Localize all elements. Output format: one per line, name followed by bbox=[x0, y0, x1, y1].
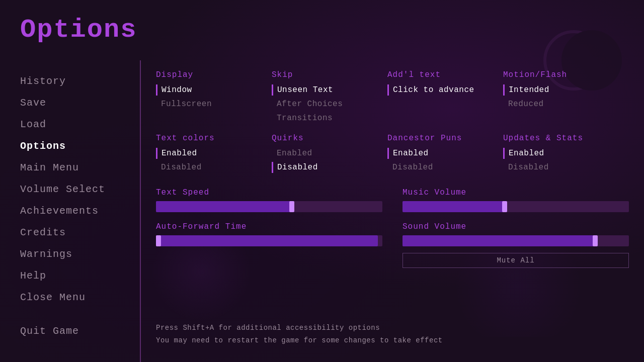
auto-forward-thumb[interactable] bbox=[156, 235, 161, 246]
option-group-skip: Skip Unseen Text After Choices Transitio… bbox=[272, 70, 382, 124]
music-volume-label: Music Volume bbox=[403, 188, 629, 197]
sidebar-item-volume-select[interactable]: Volume Select bbox=[20, 178, 140, 200]
option-group-addl-text: Add'l text Click to advance bbox=[387, 70, 498, 124]
sliders-section: Text Speed Music Volume Auto-Forward Tim… bbox=[156, 188, 629, 268]
option-group-motion: Motion/Flash Intended Reduced bbox=[503, 70, 614, 124]
updates-label: Updates & Stats bbox=[503, 134, 614, 143]
display-window[interactable]: Window bbox=[156, 84, 267, 96]
sound-volume-label: Sound Volume bbox=[403, 222, 629, 231]
footer-line-2: You may need to restart the game for som… bbox=[156, 334, 634, 347]
dancestor-label: Dancestor Puns bbox=[387, 134, 498, 143]
option-group-quirks: Quirks Enabled Disabled bbox=[272, 134, 382, 173]
sidebar-item-warnings[interactable]: Warnings bbox=[20, 243, 140, 265]
sidebar-item-main-menu[interactable]: Main Menu bbox=[20, 157, 140, 178]
option-group-text-colors: Text colors Enabled Disabled bbox=[156, 134, 267, 173]
mute-all-button[interactable]: Mute All bbox=[403, 253, 629, 268]
sidebar-item-quit[interactable]: Quit Game bbox=[20, 320, 140, 342]
text-speed-thumb[interactable] bbox=[289, 201, 294, 212]
skip-transitions[interactable]: Transitions bbox=[272, 113, 382, 124]
quirks-disabled[interactable]: Disabled bbox=[272, 162, 382, 173]
addl-text-click[interactable]: Click to advance bbox=[387, 84, 498, 96]
slider-group-text-speed: Text Speed bbox=[156, 188, 382, 212]
dancestor-enabled[interactable]: Enabled bbox=[387, 148, 498, 159]
option-group-dancestor: Dancestor Puns Enabled Disabled bbox=[387, 134, 498, 173]
sidebar-item-achievements[interactable]: Achievements bbox=[20, 200, 140, 222]
music-volume-track[interactable] bbox=[403, 201, 629, 212]
music-volume-thumb[interactable] bbox=[502, 201, 507, 212]
auto-forward-track[interactable] bbox=[156, 235, 382, 246]
updates-disabled[interactable]: Disabled bbox=[503, 162, 614, 173]
footer-line-1: Press Shift+A for additional accessibili… bbox=[156, 322, 634, 334]
sound-volume-track[interactable] bbox=[403, 235, 629, 246]
text-colors-enabled[interactable]: Enabled bbox=[156, 148, 267, 159]
quirks-enabled[interactable]: Enabled bbox=[272, 148, 382, 159]
skip-after-choices[interactable]: After Choices bbox=[272, 99, 382, 110]
sidebar: History Save Load Options Main Menu Volu… bbox=[0, 60, 141, 362]
sound-volume-fill bbox=[403, 235, 595, 246]
main-content: Display Window Fullscreen Skip Unseen Te… bbox=[141, 60, 644, 362]
sidebar-spacer bbox=[20, 308, 140, 320]
display-fullscreen[interactable]: Fullscreen bbox=[156, 99, 267, 110]
display-label: Display bbox=[156, 70, 267, 79]
motion-reduced[interactable]: Reduced bbox=[503, 99, 614, 110]
option-group-updates: Updates & Stats Enabled Disabled bbox=[503, 134, 614, 173]
sidebar-item-load[interactable]: Load bbox=[20, 114, 140, 135]
slider-group-sound-volume: Sound Volume Mute All bbox=[403, 222, 629, 268]
sidebar-item-save[interactable]: Save bbox=[20, 92, 140, 114]
motion-label: Motion/Flash bbox=[503, 70, 614, 79]
option-group-display: Display Window Fullscreen bbox=[156, 70, 267, 124]
dancestor-disabled[interactable]: Disabled bbox=[387, 162, 498, 173]
text-speed-fill bbox=[156, 201, 292, 212]
sidebar-item-credits[interactable]: Credits bbox=[20, 222, 140, 243]
addl-text-label: Add'l text bbox=[387, 70, 498, 79]
text-speed-label: Text Speed bbox=[156, 188, 382, 197]
slider-group-music-volume: Music Volume bbox=[403, 188, 629, 212]
sidebar-item-help[interactable]: Help bbox=[20, 265, 140, 287]
sidebar-item-history[interactable]: History bbox=[20, 70, 140, 92]
auto-forward-fill bbox=[156, 235, 378, 246]
sound-volume-thumb[interactable] bbox=[593, 235, 598, 246]
music-volume-fill bbox=[403, 201, 505, 212]
sidebar-item-options[interactable]: Options bbox=[20, 135, 140, 157]
options-grid: Display Window Fullscreen Skip Unseen Te… bbox=[156, 70, 629, 173]
skip-label: Skip bbox=[272, 70, 382, 79]
slider-group-auto-forward: Auto-Forward Time bbox=[156, 222, 382, 268]
auto-forward-label: Auto-Forward Time bbox=[156, 222, 382, 231]
text-colors-disabled[interactable]: Disabled bbox=[156, 162, 267, 173]
footer-text: Press Shift+A for additional accessibili… bbox=[156, 322, 634, 347]
page-title: Options bbox=[20, 15, 137, 45]
sidebar-item-close-menu[interactable]: Close Menu bbox=[20, 287, 140, 308]
skip-unseen[interactable]: Unseen Text bbox=[272, 84, 382, 96]
text-speed-track[interactable] bbox=[156, 201, 382, 212]
motion-intended[interactable]: Intended bbox=[503, 84, 614, 96]
quirks-label: Quirks bbox=[272, 134, 382, 143]
updates-enabled[interactable]: Enabled bbox=[503, 148, 614, 159]
text-colors-label: Text colors bbox=[156, 134, 267, 143]
